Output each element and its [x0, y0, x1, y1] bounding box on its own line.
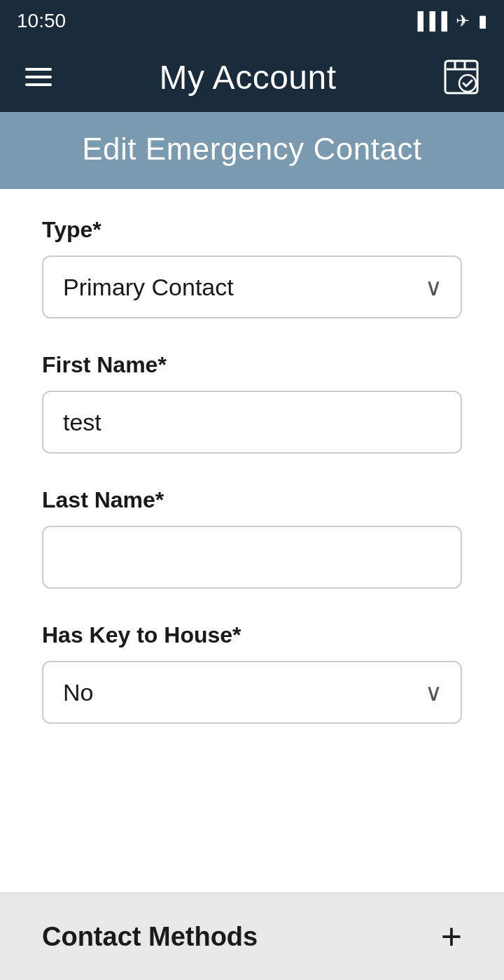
last-name-label: Last Name*: [42, 487, 462, 513]
has-key-label: Has Key to House*: [42, 622, 462, 648]
last-name-input[interactable]: [42, 526, 462, 589]
status-bar: 10:50 ▐▐▐ ✈ ▮: [0, 0, 504, 42]
battery-icon: ▮: [478, 11, 487, 31]
first-name-input[interactable]: [42, 391, 462, 454]
status-time: 10:50: [17, 10, 66, 32]
wifi-icon: ▐▐▐: [412, 11, 447, 31]
section-header: Edit Emergency Contact: [0, 112, 504, 189]
menu-icon[interactable]: [25, 68, 52, 86]
type-select-wrapper: Primary Contact Secondary Contact Other: [42, 255, 462, 318]
nav-bar: My Account: [0, 42, 504, 112]
first-name-label: First Name*: [42, 352, 462, 378]
save-check-icon[interactable]: [444, 59, 479, 94]
first-name-field-group: First Name*: [42, 352, 462, 454]
type-label: Type*: [42, 217, 462, 243]
has-key-field-group: Has Key to House* No Yes: [42, 622, 462, 724]
has-key-select[interactable]: No Yes: [42, 661, 462, 724]
airplane-icon: ✈: [456, 11, 470, 31]
last-name-field-group: Last Name*: [42, 487, 462, 589]
contact-methods-section: Contact Methods +: [0, 892, 504, 980]
contact-methods-label: Contact Methods: [42, 922, 258, 952]
type-select[interactable]: Primary Contact Secondary Contact Other: [42, 255, 462, 318]
has-key-select-wrapper: No Yes: [42, 661, 462, 724]
status-icons: ▐▐▐ ✈ ▮: [412, 11, 487, 31]
form-content: Type* Primary Contact Secondary Contact …: [0, 189, 504, 869]
section-title: Edit Emergency Contact: [25, 132, 479, 167]
type-field-group: Type* Primary Contact Secondary Contact …: [42, 217, 462, 318]
page-title: My Account: [159, 58, 336, 97]
add-contact-method-button[interactable]: +: [441, 918, 462, 955]
